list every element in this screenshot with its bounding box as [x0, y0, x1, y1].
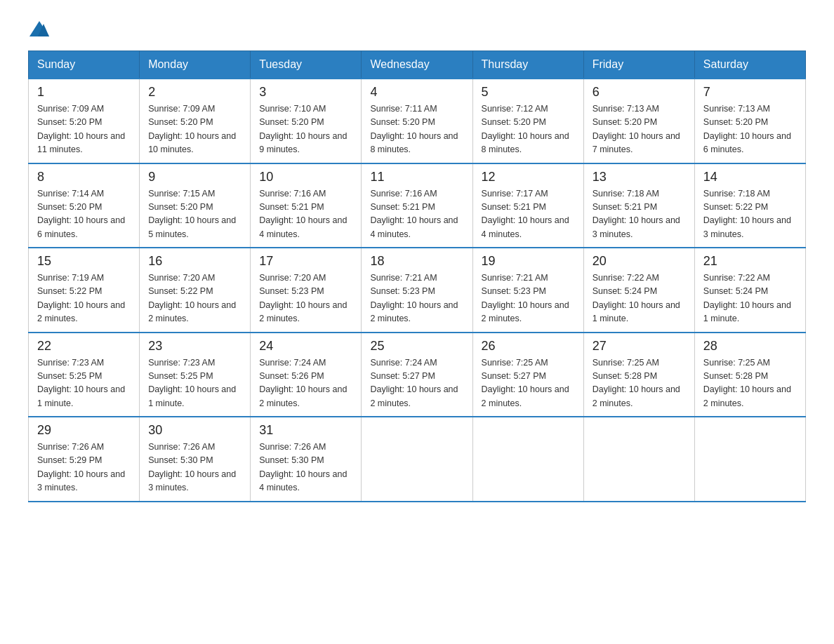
calendar-cell — [472, 417, 583, 502]
calendar-cell: 27Sunrise: 7:25 AMSunset: 5:28 PMDayligh… — [583, 333, 694, 417]
day-number: 7 — [703, 85, 797, 100]
day-info: Sunrise: 7:18 AMSunset: 5:21 PMDaylight:… — [593, 187, 686, 242]
calendar-cell: 1Sunrise: 7:09 AMSunset: 5:20 PMDaylight… — [29, 79, 140, 163]
day-info: Sunrise: 7:22 AMSunset: 5:24 PMDaylight:… — [703, 271, 797, 326]
day-number: 25 — [370, 339, 463, 354]
day-number: 16 — [148, 254, 241, 269]
page-header — [28, 21, 806, 36]
day-info: Sunrise: 7:19 AMSunset: 5:22 PMDaylight:… — [37, 271, 131, 326]
day-info: Sunrise: 7:15 AMSunset: 5:20 PMDaylight:… — [148, 187, 241, 242]
calendar-cell: 8Sunrise: 7:14 AMSunset: 5:20 PMDaylight… — [29, 163, 140, 248]
day-info: Sunrise: 7:20 AMSunset: 5:23 PMDaylight:… — [259, 271, 352, 326]
day-info: Sunrise: 7:16 AMSunset: 5:21 PMDaylight:… — [259, 187, 352, 242]
day-number: 23 — [148, 339, 241, 354]
day-number: 21 — [703, 254, 797, 269]
day-number: 10 — [259, 170, 352, 185]
calendar-cell: 16Sunrise: 7:20 AMSunset: 5:22 PMDayligh… — [140, 248, 251, 333]
day-number: 9 — [148, 170, 241, 185]
day-number: 26 — [482, 339, 575, 354]
day-number: 20 — [593, 254, 686, 269]
day-info: Sunrise: 7:23 AMSunset: 5:25 PMDaylight:… — [37, 356, 131, 411]
day-info: Sunrise: 7:18 AMSunset: 5:22 PMDaylight:… — [703, 187, 797, 242]
day-number: 18 — [370, 254, 463, 269]
day-info: Sunrise: 7:25 AMSunset: 5:28 PMDaylight:… — [703, 356, 797, 411]
calendar-week-row: 1Sunrise: 7:09 AMSunset: 5:20 PMDaylight… — [29, 79, 806, 163]
calendar-cell: 5Sunrise: 7:12 AMSunset: 5:20 PMDaylight… — [472, 79, 583, 163]
day-number: 27 — [593, 339, 686, 354]
weekday-header-monday: Monday — [140, 51, 251, 79]
calendar-cell: 13Sunrise: 7:18 AMSunset: 5:21 PMDayligh… — [583, 163, 694, 248]
day-info: Sunrise: 7:12 AMSunset: 5:20 PMDaylight:… — [482, 102, 575, 157]
day-number: 3 — [259, 85, 352, 100]
calendar-cell — [362, 417, 472, 502]
calendar-cell: 3Sunrise: 7:10 AMSunset: 5:20 PMDaylight… — [251, 79, 362, 163]
day-info: Sunrise: 7:20 AMSunset: 5:22 PMDaylight:… — [148, 271, 241, 326]
calendar-cell: 30Sunrise: 7:26 AMSunset: 5:30 PMDayligh… — [140, 417, 251, 502]
day-info: Sunrise: 7:26 AMSunset: 5:30 PMDaylight:… — [148, 441, 241, 495]
day-number: 19 — [482, 254, 575, 269]
day-number: 29 — [37, 423, 131, 438]
day-info: Sunrise: 7:25 AMSunset: 5:27 PMDaylight:… — [482, 356, 575, 411]
weekday-header-sunday: Sunday — [29, 51, 140, 79]
calendar-cell: 12Sunrise: 7:17 AMSunset: 5:21 PMDayligh… — [472, 163, 583, 248]
calendar-cell: 21Sunrise: 7:22 AMSunset: 5:24 PMDayligh… — [694, 248, 805, 333]
day-info: Sunrise: 7:10 AMSunset: 5:20 PMDaylight:… — [259, 102, 352, 157]
calendar-cell: 25Sunrise: 7:24 AMSunset: 5:27 PMDayligh… — [362, 333, 472, 417]
weekday-header-thursday: Thursday — [472, 51, 583, 79]
day-number: 2 — [148, 85, 241, 100]
day-number: 6 — [593, 85, 686, 100]
day-info: Sunrise: 7:24 AMSunset: 5:26 PMDaylight:… — [259, 356, 352, 411]
calendar-cell: 10Sunrise: 7:16 AMSunset: 5:21 PMDayligh… — [251, 163, 362, 248]
calendar-cell — [694, 417, 805, 502]
calendar-header-row: SundayMondayTuesdayWednesdayThursdayFrid… — [29, 51, 806, 79]
day-info: Sunrise: 7:24 AMSunset: 5:27 PMDaylight:… — [370, 356, 463, 411]
weekday-header-wednesday: Wednesday — [362, 51, 472, 79]
weekday-header-friday: Friday — [583, 51, 694, 79]
calendar-cell: 22Sunrise: 7:23 AMSunset: 5:25 PMDayligh… — [29, 333, 140, 417]
day-number: 11 — [370, 170, 463, 185]
logo-icon — [29, 21, 49, 36]
day-info: Sunrise: 7:13 AMSunset: 5:20 PMDaylight:… — [593, 102, 686, 157]
calendar-cell: 9Sunrise: 7:15 AMSunset: 5:20 PMDaylight… — [140, 163, 251, 248]
day-number: 22 — [37, 339, 131, 354]
day-number: 14 — [703, 170, 797, 185]
day-number: 4 — [370, 85, 463, 100]
calendar-cell: 15Sunrise: 7:19 AMSunset: 5:22 PMDayligh… — [29, 248, 140, 333]
calendar-week-row: 8Sunrise: 7:14 AMSunset: 5:20 PMDaylight… — [29, 163, 806, 248]
day-info: Sunrise: 7:17 AMSunset: 5:21 PMDaylight:… — [482, 187, 575, 242]
calendar-cell: 6Sunrise: 7:13 AMSunset: 5:20 PMDaylight… — [583, 79, 694, 163]
day-number: 13 — [593, 170, 686, 185]
day-number: 1 — [37, 85, 131, 100]
day-info: Sunrise: 7:16 AMSunset: 5:21 PMDaylight:… — [370, 187, 463, 242]
day-info: Sunrise: 7:13 AMSunset: 5:20 PMDaylight:… — [703, 102, 797, 157]
calendar-cell: 26Sunrise: 7:25 AMSunset: 5:27 PMDayligh… — [472, 333, 583, 417]
calendar-week-row: 29Sunrise: 7:26 AMSunset: 5:29 PMDayligh… — [29, 417, 806, 502]
day-number: 24 — [259, 339, 352, 354]
weekday-header-saturday: Saturday — [694, 51, 805, 79]
calendar-cell: 7Sunrise: 7:13 AMSunset: 5:20 PMDaylight… — [694, 79, 805, 163]
day-info: Sunrise: 7:23 AMSunset: 5:25 PMDaylight:… — [148, 356, 241, 411]
calendar-cell: 18Sunrise: 7:21 AMSunset: 5:23 PMDayligh… — [362, 248, 472, 333]
day-info: Sunrise: 7:22 AMSunset: 5:24 PMDaylight:… — [593, 271, 686, 326]
day-number: 31 — [259, 423, 352, 438]
calendar-cell: 23Sunrise: 7:23 AMSunset: 5:25 PMDayligh… — [140, 333, 251, 417]
weekday-header-tuesday: Tuesday — [251, 51, 362, 79]
day-info: Sunrise: 7:26 AMSunset: 5:29 PMDaylight:… — [37, 441, 131, 495]
day-number: 8 — [37, 170, 131, 185]
day-info: Sunrise: 7:09 AMSunset: 5:20 PMDaylight:… — [37, 102, 131, 157]
calendar-week-row: 15Sunrise: 7:19 AMSunset: 5:22 PMDayligh… — [29, 248, 806, 333]
calendar-cell: 17Sunrise: 7:20 AMSunset: 5:23 PMDayligh… — [251, 248, 362, 333]
calendar-cell: 4Sunrise: 7:11 AMSunset: 5:20 PMDaylight… — [362, 79, 472, 163]
calendar-cell: 29Sunrise: 7:26 AMSunset: 5:29 PMDayligh… — [29, 417, 140, 502]
calendar-cell: 2Sunrise: 7:09 AMSunset: 5:20 PMDaylight… — [140, 79, 251, 163]
day-number: 28 — [703, 339, 797, 354]
day-number: 17 — [259, 254, 352, 269]
logo — [28, 21, 49, 36]
calendar-cell: 24Sunrise: 7:24 AMSunset: 5:26 PMDayligh… — [251, 333, 362, 417]
calendar-table: SundayMondayTuesdayWednesdayThursdayFrid… — [28, 51, 806, 502]
calendar-cell: 31Sunrise: 7:26 AMSunset: 5:30 PMDayligh… — [251, 417, 362, 502]
calendar-cell: 20Sunrise: 7:22 AMSunset: 5:24 PMDayligh… — [583, 248, 694, 333]
calendar-cell: 28Sunrise: 7:25 AMSunset: 5:28 PMDayligh… — [694, 333, 805, 417]
day-number: 5 — [482, 85, 575, 100]
day-info: Sunrise: 7:21 AMSunset: 5:23 PMDaylight:… — [370, 271, 463, 326]
